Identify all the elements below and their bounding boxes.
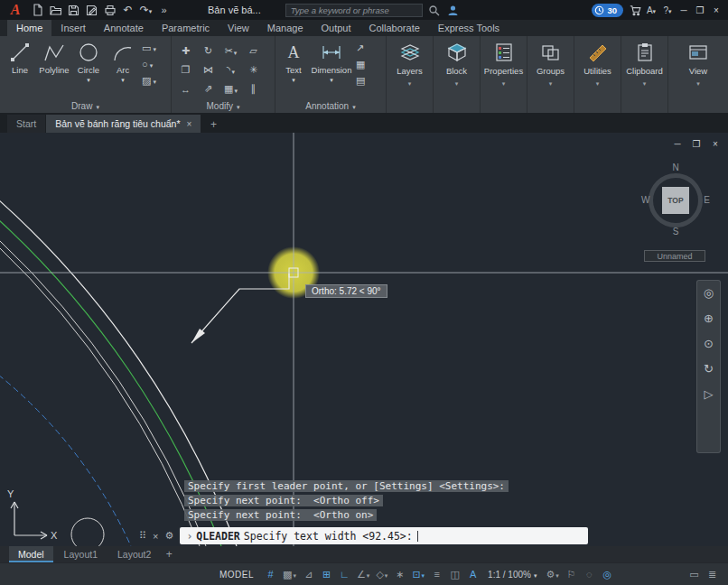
dimension-button[interactable]: Dimension [309, 38, 354, 99]
navbar-show-motion-icon[interactable]: ▷ [705, 387, 714, 401]
status-ortho-mode-toggle[interactable]: ∟ [336, 566, 353, 582]
layout-tab-model[interactable]: Model [9, 546, 53, 562]
modify-scale-button[interactable]: ⇗ [197, 79, 219, 98]
navbar-navigation-wheel-icon[interactable]: ◎ [704, 286, 714, 300]
properties-panel-button[interactable]: Properties [481, 36, 527, 113]
modify-array-button[interactable]: ▦ [219, 79, 242, 98]
status-annotation-monitor-button[interactable]: ⚐ [563, 566, 580, 582]
status-clean-screen-button[interactable]: ▭ [686, 566, 703, 582]
status-infer-constraints-toggle[interactable]: ⊿ [300, 566, 317, 582]
status-dynamic-input-toggle[interactable]: ⊞ [318, 566, 335, 582]
annotation-scale-button[interactable]: 1:1 / 100% [482, 566, 542, 582]
file-tab-close-icon[interactable]: × [187, 119, 192, 129]
modify-fillet-button[interactable]: ◝ [219, 60, 242, 79]
command-close-icon[interactable]: × [153, 531, 158, 542]
sign-in-user-icon[interactable] [446, 3, 461, 17]
status-object-snap-tracking-toggle[interactable]: ∗ [391, 566, 408, 582]
modify-rotate-button[interactable]: ↻ [197, 42, 219, 60]
status-customization-button[interactable]: ≣ [704, 566, 721, 582]
modify-offset-button[interactable]: ∥ [242, 79, 265, 98]
modify-mirror-button[interactable]: ⋈ [197, 60, 219, 79]
search-input[interactable]: Type a keyword or phrase [285, 4, 423, 17]
help-menu[interactable]: ? [660, 3, 675, 17]
status-selection-cycling-toggle[interactable]: ◫ [446, 566, 463, 582]
modify-trim-button[interactable]: ✂ [219, 42, 242, 60]
viewport-close-icon[interactable]: × [710, 139, 721, 149]
restore-button[interactable]: ❐ [693, 3, 707, 17]
gear-center-dashed-arc[interactable] [0, 375, 131, 546]
trial-timer-badge[interactable]: 30 [592, 4, 623, 17]
draw-hatch-button[interactable]: ▨ [142, 74, 156, 87]
tab-express-tools[interactable]: Express Tools [429, 20, 509, 36]
layers-panel-button[interactable]: Layers [387, 36, 434, 113]
clipboard-panel-button[interactable]: Clipboard [621, 36, 668, 113]
annotation-markup-button[interactable]: ▤ [356, 74, 365, 87]
gear-inner-circle-arc[interactable] [0, 246, 200, 546]
annotation-table-button[interactable]: ▦ [356, 58, 365, 70]
draw-rectangle-button[interactable]: ▭ [142, 42, 156, 54]
new-layout-button[interactable]: + [162, 546, 176, 562]
layout-tab-layout2[interactable]: Layout2 [108, 546, 160, 562]
status-isolate-objects-button[interactable]: ◌ [581, 566, 598, 582]
gear-root-circle-arc[interactable] [0, 239, 206, 546]
model-space-toggle[interactable]: MODEL [212, 570, 261, 580]
circle-button[interactable]: Circle [71, 38, 106, 99]
annotation-leader-button[interactable]: ↗ [356, 42, 365, 54]
modify-stretch-button[interactable]: ↔ [174, 79, 197, 98]
viewcube-east[interactable]: E [704, 195, 710, 205]
close-button[interactable]: × [709, 3, 723, 17]
tab-output[interactable]: Output [313, 20, 360, 36]
tab-home[interactable]: Home [7, 20, 51, 36]
status-workspace-switching-button[interactable]: ⚙ [543, 566, 561, 582]
view-panel-button[interactable]: View [668, 36, 728, 113]
command-grip-icon[interactable]: ⠿ [139, 530, 146, 542]
navbar-zoom-icon[interactable]: ⊙ [704, 337, 714, 350]
status-hardware-acceleration-button[interactable]: ◎ [599, 566, 616, 582]
modify-explode-button[interactable]: ✳ [242, 60, 265, 79]
status-isometric-drafting-toggle[interactable]: ◇ [373, 566, 390, 582]
status-polar-tracking-toggle[interactable]: ∠ [354, 566, 372, 582]
new-drawing-tab-button[interactable]: + [205, 116, 221, 133]
text-button[interactable]: A Text [278, 38, 309, 99]
save-as-icon[interactable] [85, 4, 98, 17]
open-folder-icon[interactable] [49, 4, 62, 17]
file-tab-drawing[interactable]: Bản vẽ bánh răng tiêu chuẩn* × [46, 115, 201, 133]
tab-parametric[interactable]: Parametric [153, 20, 219, 36]
draw-panel-expander[interactable]: Draw [0, 99, 171, 113]
viewcube-south[interactable]: S [641, 227, 710, 237]
navbar-orbit-icon[interactable]: ↻ [704, 362, 714, 376]
status-lineweight-toggle[interactable]: ≡ [428, 566, 445, 582]
layout-tab-layout1[interactable]: Layout1 [55, 546, 107, 562]
autocad-logo-icon[interactable]: A [5, 1, 26, 19]
cart-icon[interactable] [628, 3, 642, 17]
block-panel-button[interactable]: Block [434, 36, 481, 113]
status-grid-display-toggle[interactable]: # [262, 566, 279, 582]
new-file-icon[interactable] [31, 4, 44, 17]
modify-erase-button[interactable]: ▱ [242, 42, 265, 60]
assistant-menu[interactable]: A [644, 3, 658, 17]
viewport-restore-icon[interactable]: ❐ [691, 139, 702, 149]
small-circle-entity[interactable] [71, 518, 104, 546]
minimize-button[interactable]: ─ [677, 3, 691, 17]
view-name-label[interactable]: Unnamed [644, 250, 705, 262]
file-tab-start[interactable]: Start [7, 115, 45, 133]
search-icon[interactable] [427, 3, 442, 17]
tab-annotate[interactable]: Annotate [95, 20, 153, 36]
groups-panel-button[interactable]: Groups [527, 36, 574, 113]
line-button[interactable]: Line [3, 38, 37, 99]
tab-insert[interactable]: Insert [51, 20, 95, 36]
modify-copy-button[interactable]: ❐ [174, 60, 197, 79]
navbar-pan-icon[interactable]: ⊕ [704, 311, 714, 325]
redo-icon[interactable]: ↷ [139, 4, 153, 17]
modify-move-button[interactable]: ✚ [174, 42, 197, 60]
plot-icon[interactable] [103, 4, 117, 17]
viewport-minimize-icon[interactable]: ─ [672, 139, 683, 149]
undo-icon[interactable]: ↶ [121, 4, 135, 17]
tab-manage[interactable]: Manage [258, 20, 313, 36]
ucs-icon[interactable] [11, 502, 47, 539]
tab-collaborate[interactable]: Collaborate [360, 20, 429, 36]
quick-access-more-icon[interactable] [157, 4, 171, 17]
status-snap-mode-toggle[interactable]: ▩ [280, 566, 299, 582]
utilities-panel-button[interactable]: Utilities [574, 36, 621, 113]
annotation-panel-expander[interactable]: Annotation [275, 99, 386, 113]
